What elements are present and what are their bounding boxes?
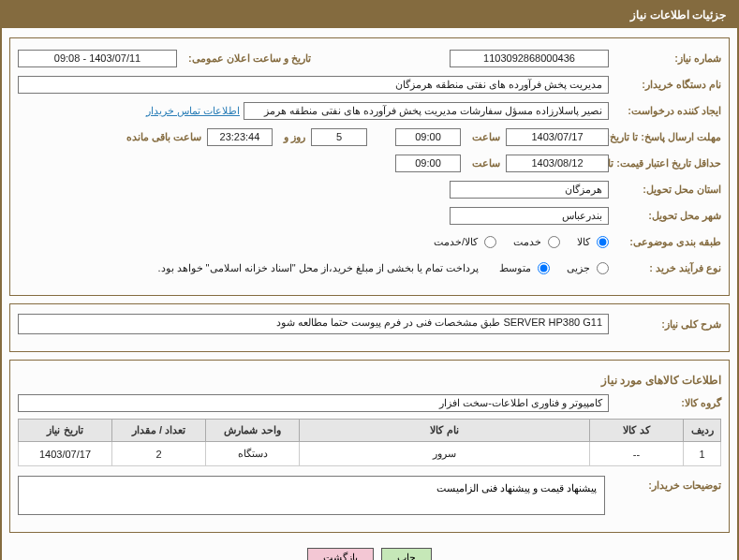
radio-service[interactable] (548, 236, 560, 248)
field-province: هرمزگان (450, 181, 609, 199)
cell-code: -- (590, 442, 684, 466)
radio-medium-label: متوسط (499, 262, 531, 274)
th-qty: تعداد / مقدار (112, 420, 206, 442)
th-unit: واحد شمارش (206, 420, 300, 442)
th-name: نام کالا (300, 420, 590, 442)
label-desc: شرح کلی نیاز: (609, 318, 721, 331)
field-deadline-time: 09:00 (395, 128, 461, 146)
label-min-valid: حداقل تاریخ اعتبار قیمت: تا تاریخ: (609, 157, 721, 169)
field-desc: SERVER HP380 G11 طبق مشخصات فنی در فرم پ… (18, 314, 609, 334)
label-need-no: شماره نیاز: (609, 52, 721, 65)
label-days-and: روز و (278, 131, 305, 143)
field-announce: 1403/07/11 - 09:08 (18, 50, 177, 67)
field-city: بندرعباس (450, 207, 609, 225)
cell-unit: دستگاه (206, 442, 300, 466)
label-process-type: نوع فرآیند خرید : (609, 262, 721, 274)
label-buyer-notes: توضیحات خریدار: (609, 476, 721, 492)
cell-date: 1403/07/17 (19, 442, 112, 466)
field-requester: نصیر پاسلارزاده مسؤل سفارشات مدیریت پخش … (244, 102, 609, 120)
label-deadline: مهلت ارسال پاسخ: تا تاریخ: (609, 131, 721, 143)
items-table: ردیف کد کالا نام کالا واحد شمارش تعداد /… (18, 419, 721, 466)
radio-both[interactable] (484, 236, 496, 248)
field-deadline-date: 1403/07/17 (506, 128, 609, 146)
field-min-valid-date: 1403/08/12 (506, 155, 609, 172)
label-province: استان محل تحویل: (609, 184, 721, 196)
th-row: ردیف (684, 420, 721, 442)
main-panel: جزئیات اطلاعات نیاز شماره نیاز: 11030928… (0, 0, 739, 560)
label-time-1: ساعت (466, 131, 500, 143)
header-fieldset: شماره نیاز: 1103092868000436 تاریخ و ساع… (9, 37, 730, 296)
field-buyer-notes: پیشنهاد قیمت و پیشنهاد فنی الزامیست (18, 476, 605, 515)
label-city: شهر محل تحویل: (609, 210, 721, 222)
category-radio-group: کالا خدمت کالا/خدمت (421, 236, 609, 248)
radio-medium[interactable] (538, 262, 550, 274)
label-announce: تاریخ و ساعت اعلان عمومی: (183, 52, 311, 65)
items-title: اطلاعات کالاهای مورد نیاز (18, 374, 721, 387)
radio-partial[interactable] (597, 262, 609, 274)
description-fieldset: شرح کلی نیاز: SERVER HP380 G11 طبق مشخصا… (9, 303, 730, 352)
field-buyer: مدیریت پخش فرآورده های نفتی منطقه هرمزگا… (18, 76, 609, 94)
items-fieldset: اطلاعات کالاهای مورد نیاز گروه کالا: کام… (9, 360, 730, 533)
field-days: 5 (311, 128, 367, 146)
field-countdown: 23:23:44 (207, 128, 273, 146)
button-row: چاپ بازگشت (9, 540, 730, 560)
table-header-row: ردیف کد کالا نام کالا واحد شمارش تعداد /… (19, 420, 721, 442)
radio-service-label: خدمت (513, 236, 541, 248)
panel-title: جزئیات اطلاعات نیاز (2, 2, 737, 28)
radio-both-label: کالا/خدمت (434, 236, 478, 248)
cell-row: 1 (684, 442, 721, 466)
th-date: تاریخ نیاز (19, 420, 112, 442)
buyer-contact-link[interactable]: اطلاعات تماس خریدار (146, 105, 240, 117)
label-category: طبقه بندی موضوعی: (609, 236, 721, 248)
field-min-valid-time: 09:00 (395, 155, 461, 172)
label-requester: ایجاد کننده درخواست: (609, 105, 721, 117)
cell-name: سرور (300, 442, 590, 466)
label-time-2: ساعت (466, 157, 500, 169)
field-item-group: کامپیوتر و فناوری اطلاعات-سخت افزار (18, 394, 609, 412)
label-remaining: ساعت باقی مانده (121, 131, 201, 143)
back-button[interactable]: بازگشت (307, 548, 374, 560)
th-code: کد کالا (590, 420, 684, 442)
radio-goods[interactable] (597, 236, 609, 248)
field-need-no: 1103092868000436 (450, 50, 609, 67)
print-button[interactable]: چاپ (381, 548, 432, 560)
payment-note: پرداخت تمام یا بخشی از مبلغ خرید،از محل … (157, 262, 479, 274)
radio-goods-label: کالا (577, 236, 590, 248)
content: شماره نیاز: 1103092868000436 تاریخ و ساع… (2, 28, 737, 560)
radio-partial-label: جزیی (567, 262, 590, 274)
process-radio-group: جزیی متوسط (486, 262, 609, 274)
label-item-group: گروه کالا: (609, 397, 721, 409)
table-row: 1 -- سرور دستگاه 2 1403/07/17 (19, 442, 721, 466)
label-buyer: نام دستگاه خریدار: (609, 79, 721, 91)
cell-qty: 2 (112, 442, 206, 466)
